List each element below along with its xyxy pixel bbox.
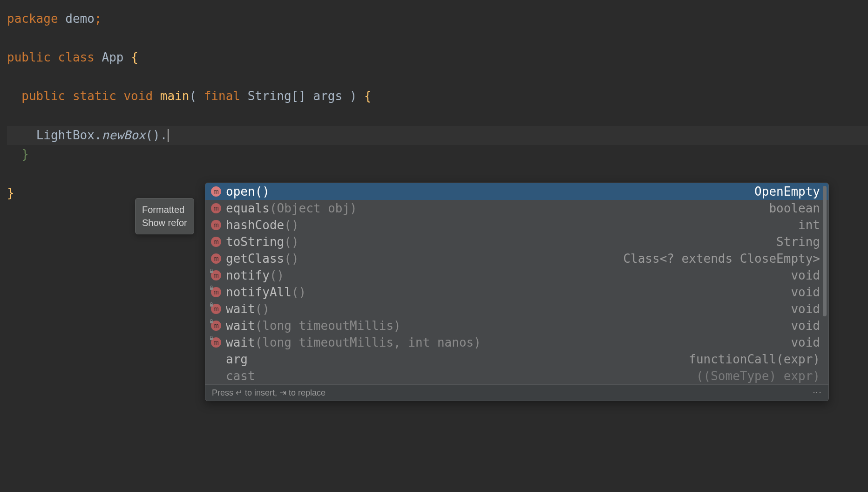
- completion-params: (Object obj): [270, 201, 357, 215]
- completion-params: (): [284, 252, 298, 266]
- completion-params: (): [284, 235, 298, 249]
- completion-name: arg: [226, 352, 248, 366]
- completion-name: notifyAll: [226, 285, 292, 299]
- method-icon: m: [211, 203, 221, 213]
- text-cursor: [168, 129, 169, 142]
- method-call: newBox: [102, 128, 146, 142]
- package-name: demo: [65, 12, 95, 26]
- completion-params: (long timeoutMillis): [255, 319, 401, 333]
- method-name: main: [160, 89, 190, 103]
- code-line-blank: [7, 68, 868, 87]
- completion-return-type: void: [791, 268, 820, 282]
- completion-footer: Press ↵ to insert, ⇥ to replace ⋮: [205, 384, 828, 401]
- completion-item[interactable]: mopen()OpenEmpty: [205, 183, 828, 200]
- keyword-package: package: [7, 12, 58, 26]
- completion-return-type: OpenEmpty: [754, 184, 820, 198]
- method-icon: m: [211, 253, 221, 264]
- completion-name: wait: [226, 335, 255, 349]
- more-options-icon[interactable]: ⋮: [812, 388, 822, 397]
- svg-rect-0: [210, 271, 213, 273]
- completion-name: wait: [226, 319, 255, 333]
- class-name: App: [102, 50, 124, 64]
- tooltip-text: Formatted: [142, 203, 187, 216]
- completion-params: (): [255, 184, 270, 198]
- tooltip-text: Show refor: [142, 216, 187, 229]
- template-icon: [211, 354, 221, 364]
- completion-return-type: functionCall(expr): [689, 352, 820, 366]
- completion-return-type: boolean: [769, 201, 820, 215]
- completion-params: (): [270, 268, 284, 282]
- completion-name: hashCode: [226, 218, 284, 232]
- completion-params: (): [292, 285, 306, 299]
- code-line-blank: [7, 29, 868, 48]
- completion-return-type: ((SomeType) expr): [696, 369, 820, 383]
- completion-name: open: [226, 184, 255, 198]
- code-editor[interactable]: package demo; public class App { public …: [0, 0, 868, 203]
- current-code-line: LightBox.newBox().: [7, 126, 868, 145]
- scrollbar[interactable]: [823, 186, 827, 316]
- svg-rect-1: [210, 287, 213, 290]
- completion-name: notify: [226, 268, 270, 282]
- completion-list[interactable]: mopen()OpenEmptymequals(Object obj)boole…: [205, 183, 828, 384]
- completion-name: cast: [226, 369, 255, 383]
- code-line: package demo;: [7, 9, 868, 29]
- footer-hint: Press ↵ to insert, ⇥ to replace: [212, 388, 326, 398]
- method-icon: m: [211, 220, 221, 230]
- completion-return-type: void: [791, 319, 820, 333]
- template-icon: [211, 371, 221, 381]
- svg-rect-2: [210, 304, 213, 307]
- completion-return-type: Class<? extends CloseEmpty>: [623, 252, 820, 266]
- completion-item[interactable]: mgetClass()Class<? extends CloseEmpty>: [205, 250, 828, 267]
- code-completion-popup[interactable]: mopen()OpenEmptymequals(Object obj)boole…: [205, 183, 829, 401]
- completion-return-type: void: [791, 285, 820, 299]
- variable-ref: LightBox: [36, 128, 95, 142]
- code-line: public static void main( final String[] …: [7, 87, 868, 106]
- code-line: }: [7, 145, 868, 164]
- completion-item[interactable]: argfunctionCall(expr): [205, 351, 828, 368]
- completion-item[interactable]: mnotify()void: [205, 267, 828, 284]
- code-line-blank: [7, 164, 868, 184]
- completion-item[interactable]: mequals(Object obj)boolean: [205, 200, 828, 217]
- completion-name: wait: [226, 302, 255, 316]
- completion-params: (long timeoutMillis, int nanos): [255, 335, 481, 349]
- completion-item[interactable]: mtoString()String: [205, 233, 828, 250]
- completion-item[interactable]: mnotifyAll()void: [205, 284, 828, 301]
- completion-return-type: int: [798, 218, 820, 232]
- completion-name: getClass: [226, 252, 284, 266]
- svg-rect-4: [210, 338, 213, 340]
- method-icon: m: [211, 186, 221, 197]
- svg-rect-3: [210, 321, 213, 323]
- completion-item[interactable]: mwait(long timeoutMillis)void: [205, 317, 828, 334]
- keyword-public: public: [7, 50, 51, 64]
- completion-item[interactable]: cast((SomeType) expr): [205, 368, 828, 384]
- code-line-blank: [7, 106, 868, 126]
- completion-params: (): [284, 218, 298, 232]
- keyword-class: class: [58, 50, 95, 64]
- completion-params: (): [255, 302, 270, 316]
- code-line: public class App {: [7, 48, 868, 68]
- completion-item[interactable]: mwait()void: [205, 301, 828, 317]
- completion-return-type: void: [791, 302, 820, 316]
- reformat-tooltip: Formatted Show refor: [135, 198, 194, 234]
- completion-name: equals: [226, 201, 270, 215]
- completion-return-type: void: [791, 335, 820, 349]
- completion-item[interactable]: mwait(long timeoutMillis, int nanos)void: [205, 334, 828, 351]
- completion-name: toString: [226, 235, 284, 249]
- completion-return-type: String: [776, 235, 820, 249]
- method-icon: m: [211, 237, 221, 247]
- completion-item[interactable]: mhashCode()int: [205, 217, 828, 233]
